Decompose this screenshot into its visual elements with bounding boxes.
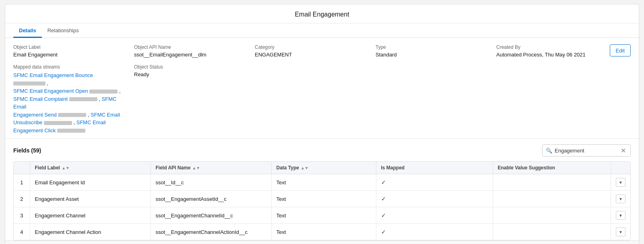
object-status-col: Object Status Ready — [134, 64, 255, 83]
row-is-mapped: ✓ — [376, 207, 493, 224]
fields-header: Fields (59) 🔍 ✕ — [13, 144, 631, 156]
created-by-value: Automated Process, Thu May 06 2021 — [496, 52, 594, 58]
row-dropdown-button[interactable]: ▼ — [616, 178, 625, 187]
row-dropdown-button[interactable]: ▼ — [616, 227, 625, 236]
mapped-streams-value: SFMC Email Engagement Bounce , SFMC Emai… — [13, 71, 126, 134]
row-action: ▼ — [611, 191, 631, 207]
stream-link-open[interactable]: SFMC Email Engagement Open — [13, 88, 88, 94]
stream-link-unsub2[interactable]: Unsubscribe — [13, 119, 42, 125]
search-clear-icon[interactable]: ✕ — [621, 147, 626, 154]
search-input[interactable] — [555, 148, 619, 154]
row-data-type: Text — [271, 191, 376, 207]
search-box: 🔍 ✕ — [542, 144, 631, 156]
object-api-name-value: ssot__EmailEngagement__dlm — [134, 52, 247, 58]
type-col: Type Standard — [376, 44, 496, 63]
row-data-type: Text — [271, 224, 376, 240]
row-enable-value — [493, 207, 611, 224]
created-by-label: Created By — [496, 44, 594, 50]
check-icon: ✓ — [381, 179, 386, 186]
row-field-label: Engagement Channel Action — [30, 224, 151, 240]
stream-link-send2[interactable]: Engagement Send — [13, 112, 57, 118]
edit-button[interactable]: Edit — [610, 44, 631, 56]
row-action: ▼ — [611, 174, 631, 191]
object-status-label: Object Status — [134, 64, 247, 70]
row-is-mapped: ✓ — [376, 174, 493, 191]
row-action: ▼ — [611, 207, 631, 224]
type-value: Standard — [376, 52, 488, 58]
stream-link-unsub[interactable]: SFMC Email — [91, 112, 120, 118]
object-label-label: Object Label — [13, 44, 126, 50]
details-section: Object Label Email Engagement Object API… — [5, 38, 639, 139]
check-icon: ✓ — [381, 196, 386, 202]
row-num: 4 — [14, 224, 30, 240]
row-enable-value — [493, 191, 611, 207]
table-row: 2 Engagement Asset ssot__EngagementAsset… — [14, 191, 630, 207]
stream-link-bounce[interactable]: SFMC Email Engagement Bounce — [13, 72, 93, 78]
edit-button-col: Edit — [602, 44, 631, 56]
fields-table: Field Label ▲▼ Field API Name ▲▼ — [14, 162, 630, 240]
object-api-name-col: Object API Name ssot__EmailEngagement__d… — [134, 44, 255, 63]
object-api-name-label: Object API Name — [134, 44, 247, 50]
created-by-col: Created By Automated Process, Thu May 06… — [496, 44, 602, 63]
check-icon: ✓ — [381, 229, 386, 235]
row-is-mapped: ✓ — [376, 191, 493, 207]
sort-data-type-icon: ▲▼ — [301, 166, 309, 170]
row-dropdown-button[interactable]: ▼ — [616, 211, 625, 220]
row-dropdown-button[interactable]: ▼ — [616, 194, 625, 203]
row-field-label: Email Engagement Id — [30, 174, 151, 191]
fields-title: Fields (59) — [13, 147, 41, 154]
table-row: 3 Engagement Channel ssot__EngagementCha… — [14, 207, 630, 224]
stream-link-click2[interactable]: Engagement Click — [13, 127, 56, 133]
row-enable-value — [493, 224, 611, 240]
table-header-row: Field Label ▲▼ Field API Name ▲▼ — [14, 162, 630, 174]
col-action — [611, 162, 631, 174]
sort-field-api-icon: ▲▼ — [192, 166, 200, 170]
row-field-label: Engagement Asset — [30, 191, 151, 207]
row-field-api-name: ssot__EngagementChannelActionId__c — [151, 224, 271, 240]
row-data-type: Text — [271, 207, 376, 224]
type-label: Type — [376, 44, 488, 50]
row-field-api-name: ssot__EngagementAssetId__c — [151, 191, 271, 207]
col-field-label[interactable]: Field Label ▲▼ — [30, 162, 151, 174]
tab-details[interactable]: Details — [13, 23, 42, 38]
tab-relationships[interactable]: Relationships — [42, 23, 85, 38]
object-label-col: Object Label Email Engagement — [13, 44, 134, 63]
mapped-streams-col: Mapped data streams SFMC Email Engagemen… — [13, 64, 134, 134]
footer: Delete Done — [5, 240, 639, 244]
search-icon: 🔍 — [546, 148, 552, 154]
category-label: Category — [255, 44, 367, 50]
table-row: 1 Email Engagement Id ssot__Id__c Text ✓… — [14, 174, 630, 191]
row-field-label: Engagement Channel — [30, 207, 151, 224]
mapped-streams-label: Mapped data streams — [13, 64, 126, 70]
check-icon: ✓ — [381, 212, 386, 219]
fields-table-container: Field Label ▲▼ Field API Name ▲▼ — [13, 161, 631, 240]
table-row: 4 Engagement Channel Action ssot__Engage… — [14, 224, 630, 240]
stream-link-click[interactable]: SFMC Email — [76, 119, 106, 125]
col-data-type[interactable]: Data Type ▲▼ — [271, 162, 376, 174]
object-status-value: Ready — [134, 71, 247, 77]
row-num: 1 — [14, 174, 30, 191]
tabs-bar: Details Relationships — [5, 23, 639, 38]
row-field-api-name: ssot__EngagementChannelId__c — [151, 207, 271, 224]
col-is-mapped: Is Mapped — [376, 162, 493, 174]
fields-section: Fields (59) 🔍 ✕ Field Label ▲▼ — [5, 139, 639, 240]
row-action: ▼ — [611, 224, 631, 240]
stream-link-complaint[interactable]: SFMC Email Complaint — [13, 96, 68, 102]
category-value: ENGAGEMENT — [255, 52, 367, 58]
row-enable-value — [493, 174, 611, 191]
row-field-api-name: ssot__Id__c — [151, 174, 271, 191]
row-is-mapped: ✓ — [376, 224, 493, 240]
object-label-value: Email Engagement — [13, 52, 126, 58]
row-num: 2 — [14, 191, 30, 207]
col-enable-value: Enable Value Suggestion — [493, 162, 611, 174]
row-data-type: Text — [271, 174, 376, 191]
category-col: Category ENGAGEMENT — [255, 44, 376, 63]
page-title: Email Engagement — [5, 4, 639, 23]
sort-field-label-icon: ▲▼ — [62, 166, 70, 170]
row-num: 3 — [14, 207, 30, 224]
col-num — [14, 162, 30, 174]
col-field-api-name[interactable]: Field API Name ▲▼ — [151, 162, 271, 174]
